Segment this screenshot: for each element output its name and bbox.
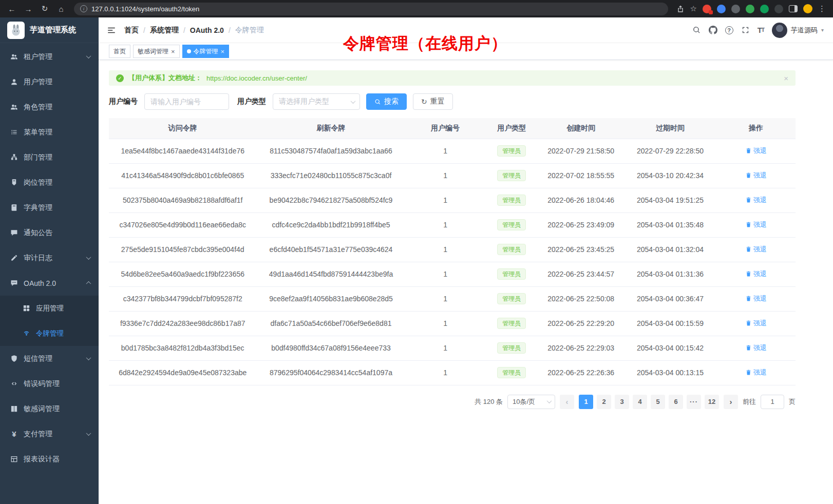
- action-cell: 强退: [716, 139, 796, 163]
- browser-back-button[interactable]: ←: [5, 2, 18, 15]
- force-logout-label: 强退: [753, 368, 767, 377]
- doc-link[interactable]: https://doc.iocoder.cn/user-center/: [206, 74, 307, 82]
- github-icon[interactable]: [709, 26, 717, 34]
- tab-home[interactable]: 首页: [109, 45, 130, 58]
- user-type-cell: 管理员: [485, 286, 538, 311]
- browser-forward-button[interactable]: →: [22, 2, 35, 15]
- user-type-select[interactable]: 请选择用户类型: [273, 93, 360, 110]
- extension-badge: [709, 10, 713, 14]
- sidebar-item-label: 应用管理: [36, 304, 64, 313]
- prev-page-button[interactable]: ‹: [560, 395, 574, 409]
- sidebar-item-sms[interactable]: 短信管理: [0, 346, 99, 371]
- expire-time-cell: 2054-03-10 20:42:34: [624, 163, 716, 188]
- column-header: 用户类型: [485, 118, 538, 139]
- sidebar-item-menu[interactable]: 菜单管理: [0, 120, 99, 145]
- force-logout-button[interactable]: 强退: [745, 269, 767, 279]
- page-button[interactable]: 1: [579, 395, 593, 409]
- sidebar-item-tenant[interactable]: 租户管理: [0, 44, 99, 69]
- sidebar-item-notice[interactable]: 通知公告: [0, 220, 99, 245]
- share-icon[interactable]: [676, 5, 685, 13]
- alert-close-icon[interactable]: ×: [784, 74, 788, 83]
- breadcrumb-item[interactable]: 首页: [124, 26, 139, 35]
- access-token-cell: 502375b8040a469a9b82188afdf6af1f: [109, 188, 256, 212]
- page-button[interactable]: 4: [633, 395, 647, 409]
- browser-profile-avatar[interactable]: [803, 4, 812, 13]
- force-logout-button[interactable]: 强退: [745, 343, 767, 353]
- force-logout-button[interactable]: 强退: [745, 294, 767, 303]
- tab-close-icon[interactable]: ×: [171, 48, 175, 55]
- force-logout-button[interactable]: 强退: [745, 146, 767, 156]
- page-size-select[interactable]: 10条/页: [507, 395, 555, 409]
- page-button[interactable]: 3: [615, 395, 629, 409]
- side-panel-icon[interactable]: [789, 5, 798, 12]
- extension-icon[interactable]: [731, 5, 740, 13]
- browser-reload-button[interactable]: ↻: [38, 2, 51, 15]
- search-button[interactable]: 搜索: [366, 93, 407, 110]
- sidebar-item-role[interactable]: 角色管理: [0, 94, 99, 120]
- app-logo[interactable]: 芋道管理系统: [0, 17, 99, 43]
- sidebar-item-pay[interactable]: ¥支付管理: [0, 421, 99, 447]
- sidebar-item-post[interactable]: 岗位管理: [0, 170, 99, 195]
- sidebar-item-report-designer[interactable]: 报表设计器: [0, 447, 99, 472]
- address-bar[interactable]: i 127.0.0.1:1024/system/oauth2/token: [74, 3, 668, 15]
- table-row: 275e5de9151045fe87cbdc395e004f4de6cfd40e…: [109, 237, 796, 262]
- sidebar-item-dept[interactable]: 部门管理: [0, 145, 99, 170]
- help-icon[interactable]: ?: [725, 26, 733, 34]
- sidebar-item-oauth2-app[interactable]: 应用管理: [0, 296, 99, 321]
- sidebar-item-oauth2[interactable]: OAuth 2.0: [0, 270, 99, 296]
- fullscreen-icon[interactable]: [741, 26, 750, 34]
- refresh-token-cell: 333ecfc71e02480cb11055c875c3ca0f: [256, 163, 405, 188]
- sidebar-item-user[interactable]: 用户管理: [0, 69, 99, 94]
- sidebar-item-dict[interactable]: 字典管理: [0, 195, 99, 220]
- sidebar-item-label: 报表设计器: [24, 455, 60, 464]
- user-menu[interactable]: 芋道源码 ▾: [772, 23, 824, 38]
- sidebar-item-errcode[interactable]: 错误码管理: [0, 371, 99, 396]
- search-icon[interactable]: [692, 26, 701, 34]
- page-button[interactable]: 6: [669, 395, 683, 409]
- browser-home-button[interactable]: ⌂: [54, 2, 68, 15]
- extension-icon[interactable]: [717, 5, 726, 13]
- font-size-icon[interactable]: TT: [758, 26, 764, 34]
- force-logout-button[interactable]: 强退: [745, 368, 767, 377]
- column-header: 过期时间: [624, 118, 716, 139]
- user-id-input[interactable]: [144, 93, 229, 110]
- force-logout-button[interactable]: 强退: [745, 319, 767, 328]
- page-button[interactable]: 5: [651, 395, 665, 409]
- sidebar-item-sensitive-word[interactable]: 敏感词管理: [0, 396, 99, 421]
- next-page-button[interactable]: ›: [724, 395, 738, 409]
- sidebar-menu: 租户管理用户管理角色管理菜单管理部门管理岗位管理字典管理通知公告审计日志OAut…: [0, 43, 99, 504]
- breadcrumb-item[interactable]: 系统管理: [150, 26, 179, 35]
- sidebar-item-oauth2-token[interactable]: 令牌管理: [0, 321, 99, 346]
- force-logout-button[interactable]: 强退: [745, 220, 767, 229]
- page-button[interactable]: 12: [705, 395, 719, 409]
- sidebar-item-label: 令牌管理: [36, 329, 64, 338]
- sidebar-fold-icon[interactable]: [107, 26, 116, 35]
- page-button[interactable]: 2: [597, 395, 611, 409]
- browser-menu-icon[interactable]: ⋮: [818, 4, 826, 13]
- goto-page-input[interactable]: [761, 395, 784, 409]
- tab-label: 首页: [113, 47, 126, 56]
- extension-icon[interactable]: [774, 5, 783, 13]
- force-logout-button[interactable]: 强退: [745, 245, 767, 254]
- tab-sensitive-word[interactable]: 敏感词管理×: [133, 45, 180, 58]
- breadcrumb-item[interactable]: OAuth 2.0: [190, 26, 224, 34]
- more-pages-button[interactable]: ···: [687, 395, 701, 409]
- page-info-icon[interactable]: i: [80, 5, 87, 12]
- tab-close-icon[interactable]: ×: [221, 48, 225, 55]
- alert-text: 【用户体系】文档地址：: [128, 73, 202, 83]
- app-icon: [23, 304, 30, 312]
- force-logout-button[interactable]: 强退: [745, 196, 767, 205]
- tab-oauth2-token[interactable]: 令牌管理×: [182, 45, 230, 58]
- shield-icon: [10, 355, 18, 362]
- expire-time-cell: 2054-03-04 00:36:47: [624, 286, 716, 311]
- sidebar-item-audit-log[interactable]: 审计日志: [0, 245, 99, 270]
- user-type-cell: 管理员: [485, 336, 538, 360]
- reset-button[interactable]: ↻ 重置: [413, 93, 453, 110]
- extension-icon[interactable]: [703, 5, 711, 13]
- access-token-cell: 41c41346a548490f9dc8b01c6bfe0865: [109, 163, 256, 188]
- extension-puzzle-icon[interactable]: [760, 5, 769, 13]
- extension-icon[interactable]: [746, 5, 754, 13]
- force-logout-button[interactable]: 强退: [745, 171, 767, 180]
- bookmark-star-icon[interactable]: ☆: [690, 4, 697, 13]
- table-row: c342377bf8b344799dcbf7bf095287f29ce8ef2a…: [109, 286, 796, 311]
